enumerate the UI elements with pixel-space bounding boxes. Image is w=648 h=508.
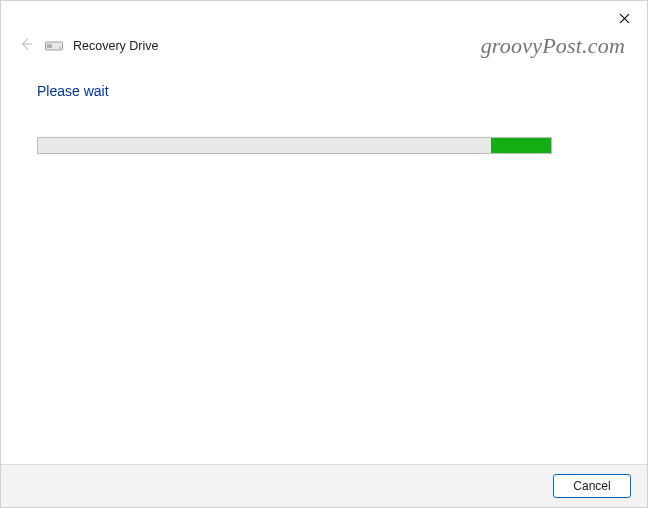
progress-indeterminate-block	[491, 138, 551, 153]
progress-bar	[37, 137, 552, 154]
progress-container	[37, 137, 611, 154]
svg-rect-1	[47, 44, 52, 48]
titlebar	[1, 1, 647, 31]
cancel-button[interactable]: Cancel	[553, 474, 631, 498]
dialog-header: Recovery Drive	[1, 31, 647, 65]
drive-icon	[45, 40, 63, 52]
dialog-title: Recovery Drive	[73, 39, 158, 53]
back-button[interactable]	[17, 37, 35, 55]
please-wait-text: Please wait	[37, 83, 611, 99]
dialog-footer: Cancel	[1, 464, 647, 507]
recovery-drive-dialog: Recovery Drive groovyPost.com Please wai…	[0, 0, 648, 508]
close-icon	[619, 10, 630, 28]
close-button[interactable]	[607, 7, 641, 31]
dialog-content: Please wait	[1, 65, 647, 464]
svg-point-2	[59, 47, 60, 48]
back-arrow-icon	[19, 37, 33, 55]
